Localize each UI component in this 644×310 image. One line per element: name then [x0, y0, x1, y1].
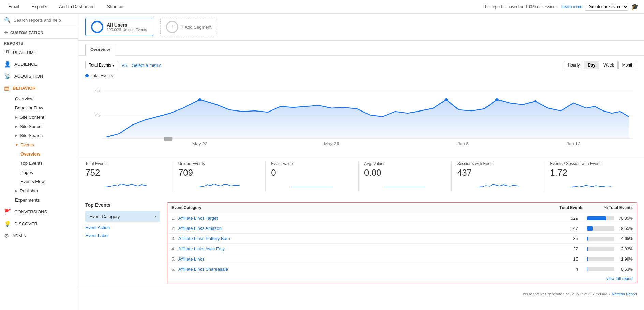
row-category-link[interactable]: Affiliate Links Amazon [178, 226, 551, 231]
sidebar-item-conversions[interactable]: 🚩 CONVERSIONS [0, 206, 78, 218]
chart-area: Total Events ▾ VS. Select a metric Hourl… [78, 56, 644, 156]
sidebar-sub-behavior-flow[interactable]: Behavior Flow [15, 103, 78, 113]
sidebar-item-realtime[interactable]: ⏱ REAL-TIME [0, 47, 78, 58]
all-users-segment[interactable]: All Users 100.00% Unique Events [85, 18, 153, 36]
bottom-section: Top Events Event Category › Event Action… [78, 197, 644, 289]
bar-container [587, 226, 614, 231]
col-total-events-header: Total Events [559, 205, 583, 210]
sidebar-item-audience[interactable]: 👤 AUDIENCE [0, 58, 78, 70]
main-layout: 🔍 ✚ CUSTOMIZATION Reports ⏱ REAL-TIME 👤 … [0, 14, 644, 310]
event-label-link[interactable]: Event Label [85, 232, 160, 239]
top-bar-actions: Email Export ▾ Add to Dashboard Shortcut [5, 3, 126, 11]
top-bar: Email Export ▾ Add to Dashboard Shortcut… [0, 0, 644, 14]
refresh-report-link[interactable]: Refresh Report [612, 292, 637, 296]
chart-dot [495, 98, 499, 101]
sidebar: 🔍 ✚ CUSTOMIZATION Reports ⏱ REAL-TIME 👤 … [0, 14, 78, 310]
export-button[interactable]: Export ▾ [29, 3, 50, 11]
metric-btn-label: Total Events [89, 63, 111, 68]
metric-label-unique-events: Unique Events [178, 161, 260, 166]
sidebar-item-discover[interactable]: 💡 DISCOVER [0, 218, 78, 230]
sidebar-events-flow[interactable]: Events Flow [20, 177, 78, 186]
sidebar-sub-behavior-overview[interactable]: Overview [15, 94, 78, 103]
sidebar-item-acquisition[interactable]: 📡 ACQUISITION [0, 70, 78, 82]
sidebar-sub-site-search[interactable]: ▶ Site Search [15, 131, 78, 140]
sidebar-top-events[interactable]: Top Events [20, 159, 78, 168]
week-button[interactable]: Week [600, 61, 617, 69]
row-category-link[interactable]: Affiliate Links [178, 256, 551, 262]
event-action-link[interactable]: Event Action [85, 224, 160, 232]
customization-label: CUSTOMIZATION [10, 31, 43, 35]
metric-dropdown-button[interactable]: Total Events ▾ [85, 61, 118, 69]
tab-overview[interactable]: Overview [85, 44, 115, 56]
day-button[interactable]: Day [584, 61, 599, 69]
precision-select[interactable]: Greater precision [585, 3, 628, 11]
sidebar-events-overview[interactable]: Overview [20, 149, 78, 159]
table-rows-container: 1. Affiliate Links Target 529 70.35% 2. … [167, 213, 637, 274]
bar-container [587, 216, 614, 220]
metric-label-events-per-session: Events / Session with Event [550, 161, 632, 166]
plus-icon: ✚ [4, 30, 8, 35]
row-bar-pct: 1.99% [578, 257, 633, 262]
customization-row[interactable]: ✚ CUSTOMIZATION [0, 27, 78, 39]
top-events-title: Top Events [85, 202, 160, 208]
row-category-link[interactable]: Affiliate Links Target [178, 216, 551, 221]
search-input[interactable] [14, 18, 74, 23]
hourly-button[interactable]: Hourly [564, 61, 583, 69]
table-header: Event Category Total Events % Total Even… [167, 203, 637, 213]
behavior-icon: ▤ [4, 85, 9, 91]
site-search-arrow: ▶ [15, 134, 18, 137]
table-row: 4. Affiliate Links Awin Etsy 22 2.93% [167, 244, 637, 254]
row-count: 22 [551, 246, 578, 251]
pct-label: 2.93% [616, 247, 633, 251]
acquisition-label: ACQUISITION [14, 74, 43, 79]
event-category-button[interactable]: Event Category › [85, 211, 160, 222]
event-category-label: Event Category [89, 214, 120, 219]
chart-slider-handle[interactable] [164, 137, 172, 141]
segment-circle [91, 21, 103, 33]
bar-container [587, 257, 614, 261]
metric-caret-icon: ▾ [113, 63, 114, 67]
main-chart-svg: 50 25 May 22 May 29 Jun 5 Jun 12 [85, 81, 637, 149]
search-area[interactable]: 🔍 [0, 14, 78, 27]
bar-fill [587, 237, 588, 241]
month-button[interactable]: Month [618, 61, 637, 69]
row-category-link[interactable]: Affiliate Links Pottery Barn [178, 236, 551, 241]
vs-label: VS. [121, 63, 129, 68]
email-button[interactable]: Email [5, 3, 22, 11]
row-number: 4. [171, 246, 178, 251]
pct-label: 19.55% [616, 226, 633, 231]
row-number: 2. [171, 226, 178, 231]
sidebar-sub-site-content[interactable]: ▶ Site Content [15, 113, 78, 122]
sidebar-item-admin[interactable]: ⚙ ADMIN [0, 230, 78, 242]
select-metric-link[interactable]: Select a metric [132, 63, 161, 68]
sidebar-sub-events[interactable]: ▼ Events [15, 140, 78, 149]
sidebar-experiments[interactable]: Experiments [15, 195, 78, 205]
mini-chart-total-events [85, 180, 167, 190]
add-to-dashboard-button[interactable]: Add to Dashboard [56, 3, 98, 11]
table-row: 6. Affiliate Links Shareasale 4 0.53% [167, 264, 637, 274]
metric-card-events-per-session: Events / Session with Event 1.72 [550, 161, 637, 191]
top-bar-info: This report is based on 100% of sessions… [483, 3, 639, 11]
sidebar-sub-publisher[interactable]: ▶ Publisher [15, 186, 78, 195]
site-search-label: Site Search [20, 133, 43, 138]
segment-bar: All Users 100.00% Unique Events + + Add … [78, 14, 644, 41]
discover-icon: 💡 [4, 221, 11, 227]
site-speed-label: Site Speed [20, 124, 42, 129]
add-segment-button[interactable]: + + Add Segment [160, 18, 217, 36]
shortcut-button[interactable]: Shortcut [104, 3, 126, 11]
svg-text:25: 25 [95, 113, 100, 117]
events-arrow: ▼ [15, 143, 18, 147]
row-category-link[interactable]: Affiliate Links Awin Etsy [178, 246, 551, 251]
admin-label: ADMIN [12, 233, 27, 238]
sidebar-item-behavior[interactable]: ▤ BEHAVIOR [0, 82, 78, 94]
sidebar-sub-site-speed[interactable]: ▶ Site Speed [15, 122, 78, 131]
sidebar-events-pages[interactable]: Pages [20, 168, 78, 177]
row-category-link[interactable]: Affiliate Links Shareasale [178, 267, 551, 272]
legend-dot-icon [85, 74, 89, 77]
footer: This report was generated on 6/17/17 at … [78, 289, 644, 299]
search-icon: 🔍 [4, 17, 11, 24]
segment-sub: 100.00% Unique Events [107, 28, 147, 32]
learn-more-link[interactable]: Learn more [561, 4, 582, 9]
chart-dot [198, 98, 201, 101]
view-full-report-link[interactable]: view full report [167, 274, 637, 283]
